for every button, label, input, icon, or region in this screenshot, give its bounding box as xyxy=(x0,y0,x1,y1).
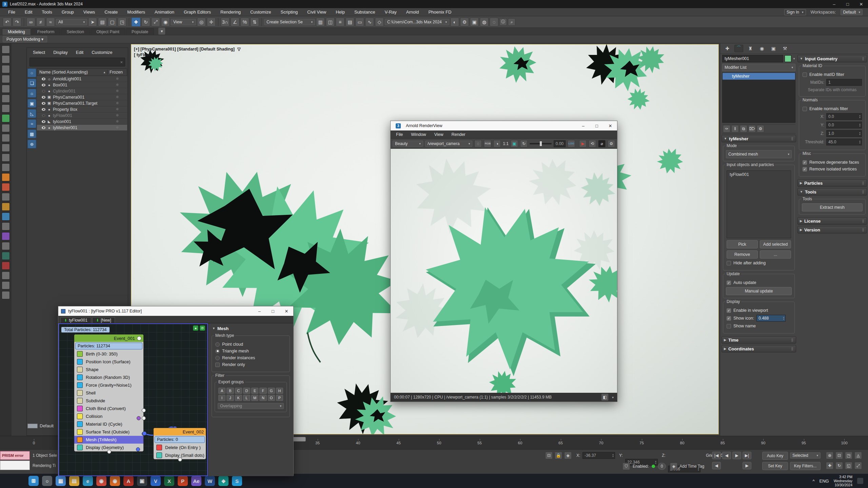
scene-explorer-search[interactable]: × xyxy=(29,58,125,66)
go-to-start-button[interactable]: |◀ xyxy=(712,452,721,459)
object-name[interactable]: Property Box xyxy=(53,107,107,112)
export-group-letter-button[interactable]: I xyxy=(218,395,225,401)
left-tool-icon[interactable] xyxy=(2,262,10,270)
export-group-letter-button[interactable]: B xyxy=(226,388,234,394)
mesh-rollout-header[interactable]: ▼Mesh xyxy=(210,325,291,332)
visibility-eye-icon[interactable] xyxy=(42,84,45,86)
operator-label[interactable]: Birth (0-30: 350) xyxy=(86,351,118,357)
select-and-scale-icon[interactable]: ⤢ xyxy=(151,18,160,26)
object-name[interactable]: Box001 xyxy=(53,83,107,87)
pin-stack-icon[interactable]: ✑ xyxy=(723,125,730,133)
mesh-type-radio-row[interactable]: Render instances xyxy=(215,355,286,360)
left-tool-icon[interactable] xyxy=(2,271,10,280)
matids-field[interactable]: 1 xyxy=(826,79,862,86)
operator-label[interactable]: Display (Small dots) xyxy=(165,453,204,458)
export-group-letter-button[interactable]: K xyxy=(235,395,242,401)
modifier-list-dropdown[interactable]: Modifier List▾ xyxy=(722,64,795,71)
frozen-snowflake-icon[interactable]: ❄ xyxy=(107,83,127,87)
event-001-output-dot[interactable] xyxy=(107,450,111,454)
ribbon-minimize-icon[interactable]: ▾ xyxy=(158,27,165,35)
start-render-icon[interactable]: ▶ xyxy=(579,140,587,147)
operator-label[interactable]: Shape xyxy=(86,367,99,372)
export-group-letter-button[interactable]: A xyxy=(218,388,225,394)
left-tool-icon[interactable] xyxy=(2,104,10,113)
cloth-bind-output-dot[interactable] xyxy=(142,408,146,412)
add-time-tag[interactable]: Add Time Tag xyxy=(679,464,704,469)
tymesher-rollout-header[interactable]: ▼tyMesher⣿ xyxy=(722,135,796,142)
scene-explorer-menu-item[interactable]: Select xyxy=(29,49,48,56)
tyflow-node-canvas[interactable]: Total Particles: 112734 ● ⟳ Event_001 Pa… xyxy=(58,323,208,476)
layer-manager-icon[interactable]: ▤ xyxy=(346,18,354,26)
menu-item[interactable]: Tools xyxy=(37,8,57,16)
key-filters-button[interactable]: Key Filters... xyxy=(790,462,821,470)
set-key-button[interactable]: Set Key xyxy=(762,462,788,470)
operator-label[interactable]: Shell xyxy=(86,390,96,395)
exposure-reset-icon[interactable]: ↻ xyxy=(520,140,528,147)
left-tool-icon[interactable] xyxy=(2,203,10,211)
play-animation-button[interactable]: ▶ xyxy=(732,452,741,459)
operator-row[interactable]: Material ID (Cycle) xyxy=(74,420,143,428)
taskbar-app-icon[interactable]: e xyxy=(83,476,93,486)
menu-item[interactable]: Rendering xyxy=(216,8,245,16)
crop-region-icon[interactable]: ▣ xyxy=(511,140,518,147)
renderview-settings-gear-icon[interactable]: ⚙ xyxy=(608,140,615,147)
frozen-snowflake-icon[interactable]: ❄ xyxy=(107,107,127,111)
operator-row[interactable]: Shell xyxy=(74,389,143,397)
renderview-close-button[interactable]: ✕ xyxy=(604,121,617,130)
menu-item[interactable]: Scripting xyxy=(276,8,303,16)
object-name[interactable]: Cylinder001 xyxy=(53,89,107,94)
operator-row[interactable]: Cloth Bind (Convert) xyxy=(74,405,143,412)
select-and-manipulate-icon[interactable]: ✛ xyxy=(207,18,216,26)
export-group-letter-button[interactable]: D xyxy=(243,388,250,394)
frozen-snowflake-icon[interactable]: ❄ xyxy=(107,119,127,124)
tyflow-minimize-button[interactable]: – xyxy=(253,306,266,316)
object-name[interactable]: tyIcon001 xyxy=(53,119,107,124)
show-icon-size-field[interactable]: 0.488▲▼ xyxy=(756,315,786,322)
align-icon[interactable]: ≡ xyxy=(336,18,344,26)
show-icon-checkbox[interactable] xyxy=(727,316,731,321)
visibility-eye-icon[interactable] xyxy=(42,108,45,111)
select-by-name-icon[interactable]: ▤ xyxy=(98,18,107,26)
modifier-stack-item[interactable]: tyMesher xyxy=(723,73,795,80)
frozen-snowflake-icon[interactable]: ❄ xyxy=(107,113,127,118)
scene-object-row[interactable]: ▣ PhysCamera001 ❄ xyxy=(37,94,127,100)
operator-label[interactable]: Rotation (Random 3D) xyxy=(86,375,130,380)
menu-item[interactable]: Help xyxy=(331,8,350,16)
menu-item[interactable]: Animation xyxy=(150,8,179,16)
pick-button[interactable]: Pick xyxy=(727,240,758,248)
project-folder-field[interactable]: C:\Users\Com...3ds Max 2024▾ xyxy=(385,19,449,25)
left-tool-icon[interactable] xyxy=(2,163,10,171)
left-tool-icon[interactable] xyxy=(2,114,10,122)
scene-explorer-menu-item[interactable]: Edit xyxy=(73,49,87,56)
display-filter-icon[interactable]: ❏ xyxy=(27,79,36,87)
previous-frame-button[interactable]: ◀ xyxy=(722,452,731,459)
event-002-node[interactable]: Event_002 Particles: 0 Delete (On Entry … xyxy=(153,428,206,460)
left-tool-icon[interactable] xyxy=(2,222,10,230)
extract-mesh-button[interactable]: Extract mesh xyxy=(802,203,863,211)
tools-rollout-header[interactable]: ▼Tools⣿ xyxy=(797,188,867,196)
display-filter-icon[interactable]: ▣ xyxy=(27,99,36,108)
mesh-type-radio-row[interactable]: Triangle mesh xyxy=(215,349,286,353)
maximize-viewport-toggle-icon[interactable]: ◱ xyxy=(845,462,852,469)
mirror-icon[interactable]: ◫ xyxy=(326,18,335,26)
key-step-back-button[interactable]: ◀ xyxy=(712,462,721,469)
menu-item[interactable]: Substance xyxy=(350,8,380,16)
mesh-type-radio-row[interactable]: Point cloud xyxy=(215,342,286,347)
zoom-extents-icon[interactable]: ⊡ xyxy=(835,452,843,459)
snap-toggle-icon[interactable]: 3∩ xyxy=(221,18,230,26)
continuous-refresh-icon[interactable]: ⟲ xyxy=(589,140,596,147)
normals-x-field[interactable]: 0.0▲▼ xyxy=(826,113,862,120)
operator-row[interactable]: Rotation (Random 3D) xyxy=(74,373,143,381)
selection-set-keys-dropdown[interactable]: Selected▾ xyxy=(790,452,821,459)
render-only-checkbox[interactable] xyxy=(215,363,220,367)
export-group-letter-button[interactable]: J xyxy=(226,395,234,401)
left-tool-icon[interactable] xyxy=(2,45,10,54)
reference-coordinate-dropdown[interactable]: View▾ xyxy=(171,19,196,25)
display-filter-icon[interactable]: ○ xyxy=(27,68,36,77)
taskbar-app-icon[interactable]: ⊞ xyxy=(28,476,39,486)
select-and-move-icon[interactable]: ✚ xyxy=(132,18,140,26)
renderview-menu-item[interactable]: File xyxy=(392,132,407,137)
taskbar-app-icon[interactable]: V xyxy=(151,476,161,486)
create-tab-icon[interactable]: ✚ xyxy=(723,45,732,52)
operator-row[interactable]: Mesh (TriMesh) xyxy=(74,436,143,444)
